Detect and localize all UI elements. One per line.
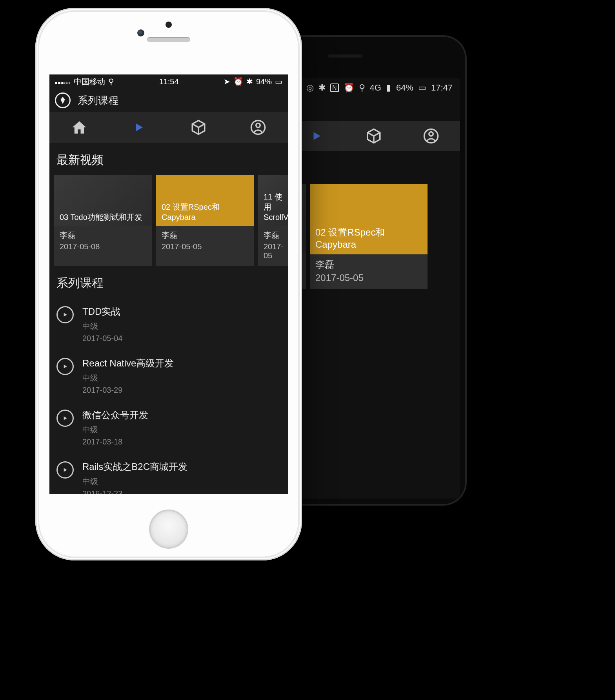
app-logo-icon[interactable] xyxy=(55,92,71,108)
play-icon[interactable] xyxy=(56,306,74,323)
signal-icon: ▮ xyxy=(386,83,391,93)
course-level: 中级 xyxy=(82,373,174,383)
app-title: 系列课程 xyxy=(78,94,118,107)
course-title: React Native高级开发 xyxy=(82,357,174,370)
course-date: 2016-12-23 xyxy=(82,489,187,494)
network-type: 4G xyxy=(370,83,381,93)
video-card[interactable]: 11 使用 ScrollV 李磊 2017-05 xyxy=(258,175,288,266)
tab-profile[interactable] xyxy=(228,112,288,143)
section-series-courses: 系列课程 xyxy=(49,266,288,298)
video-thumb: 03 Todo功能测试和开发 xyxy=(54,175,152,226)
play-icon[interactable] xyxy=(56,410,74,427)
alarm-icon: ⏰ xyxy=(344,83,354,93)
location-icon: ◎ xyxy=(306,83,314,93)
video-card[interactable]: 02 设置RSpec和Capybara 李磊 2017-05-05 xyxy=(156,175,254,266)
video-title: 03 Todo功能测试和开发 xyxy=(60,212,142,222)
video-card[interactable]: 03 Todo功能测试和开发 李磊 2017-05-08 xyxy=(54,175,152,266)
ios-statusbar: 中国移动 ⚲ 11:54 ➤ ⏰ ✱ 94% ▭ xyxy=(49,74,288,89)
video-title: 02 设置RSpec和Capybara xyxy=(162,202,249,222)
battery-icon: ▭ xyxy=(275,77,282,86)
nfc-icon: N xyxy=(330,83,339,92)
clock-text: 17:47 xyxy=(431,83,453,93)
svg-point-3 xyxy=(256,123,260,128)
video-author: 李磊 xyxy=(162,230,249,241)
svg-point-1 xyxy=(429,132,433,136)
clock-text: 11:54 xyxy=(159,77,178,86)
course-level: 中级 xyxy=(82,424,148,435)
iphone-screen: 中国移动 ⚲ 11:54 ➤ ⏰ ✱ 94% ▭ 系列课程 xyxy=(49,74,288,494)
tab-profile[interactable] xyxy=(402,121,460,151)
iphone-earpiece xyxy=(147,37,190,42)
video-thumb: 02 设置RSpec和Capybara xyxy=(310,184,428,254)
video-author: 李磊 xyxy=(315,258,422,271)
course-list: TDD实战 中级 2017-05-04 React Native高级开发 中级 … xyxy=(49,298,288,494)
tab-play[interactable] xyxy=(109,112,169,143)
iphone-sensor xyxy=(166,22,172,28)
video-date: 2017-05-05 xyxy=(162,242,249,251)
course-date: 2017-05-04 xyxy=(82,334,122,343)
video-author: 李磊 xyxy=(264,230,288,241)
course-item[interactable]: TDD实战 中级 2017-05-04 xyxy=(56,298,281,350)
iphone-camera xyxy=(137,29,144,36)
course-title: 微信公众号开发 xyxy=(82,409,148,421)
video-date: 2017-05 xyxy=(264,242,288,260)
play-icon[interactable] xyxy=(56,461,74,479)
bluetooth-icon: ✱ xyxy=(246,77,253,86)
battery-text: 94% xyxy=(256,77,272,86)
video-author: 李磊 xyxy=(60,230,147,241)
battery-icon: ▭ xyxy=(418,83,426,93)
course-date: 2017-03-29 xyxy=(82,386,174,395)
video-title: 02 设置RSpec和Capybara xyxy=(315,226,422,250)
course-item[interactable]: 微信公众号开发 中级 2017-03-18 xyxy=(56,402,281,453)
course-title: Rails实战之B2C商城开发 xyxy=(82,461,187,473)
course-level: 中级 xyxy=(82,476,187,487)
play-icon[interactable] xyxy=(56,358,74,375)
signal-dots-icon xyxy=(55,77,71,86)
section-latest-videos: 最新视频 xyxy=(49,143,288,175)
video-thumb: 02 设置RSpec和Capybara xyxy=(156,175,254,226)
tab-home[interactable] xyxy=(49,112,109,143)
wifi-icon: ⚲ xyxy=(359,83,365,93)
video-thumb: 11 使用 ScrollV xyxy=(258,175,288,226)
battery-text: 64% xyxy=(396,83,413,93)
video-title: 11 使用 ScrollV xyxy=(264,192,288,222)
course-title: TDD实战 xyxy=(82,305,122,318)
location-icon: ➤ xyxy=(224,77,230,86)
tab-box[interactable] xyxy=(169,112,228,143)
bluetooth-icon: ✱ xyxy=(318,83,326,93)
home-button[interactable] xyxy=(149,510,188,549)
video-date: 2017-05-08 xyxy=(60,242,147,251)
alarm-icon: ⏰ xyxy=(233,77,243,86)
video-date: 2017-05-05 xyxy=(315,272,422,283)
course-item[interactable]: Rails实战之B2C商城开发 中级 2016-12-23 xyxy=(56,453,281,494)
android-speaker xyxy=(328,54,363,58)
appbar: 系列课程 xyxy=(49,89,288,112)
video-card[interactable]: 02 设置RSpec和Capybara 李磊 2017-05-05 xyxy=(310,184,428,289)
course-level: 中级 xyxy=(82,321,122,332)
iphone-device-frame: 中国移动 ⚲ 11:54 ➤ ⏰ ✱ 94% ▭ 系列课程 xyxy=(35,8,302,560)
wifi-icon: ⚲ xyxy=(108,77,114,86)
carrier-text: 中国移动 xyxy=(74,76,105,87)
nav-tabs xyxy=(49,112,288,143)
tab-box[interactable] xyxy=(345,121,402,151)
video-row[interactable]: 03 Todo功能测试和开发 李磊 2017-05-08 02 设置RSpec和… xyxy=(49,175,288,266)
course-date: 2017-03-18 xyxy=(82,437,148,446)
course-item[interactable]: React Native高级开发 中级 2017-03-29 xyxy=(56,350,281,402)
